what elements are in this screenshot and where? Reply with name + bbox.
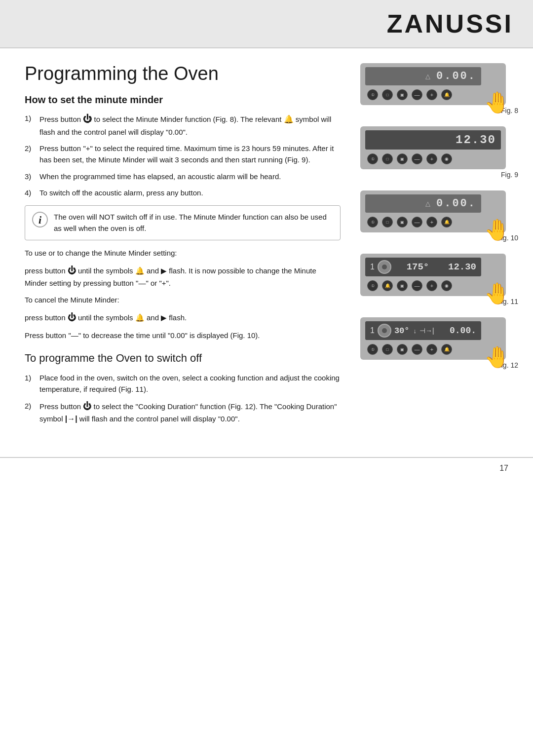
list-item: 1) Place food in the oven, switch on the… bbox=[25, 372, 341, 395]
page-header: ZANUSSI bbox=[0, 0, 533, 48]
btn-circle-icon[interactable]: ◉ bbox=[441, 153, 452, 164]
display-value-8: 0.00. bbox=[436, 70, 476, 82]
page-number: 17 bbox=[499, 464, 508, 473]
btn-3[interactable]: ▣ bbox=[397, 217, 408, 227]
fig-label-9: Fig. 9 bbox=[360, 171, 518, 179]
switch-off-heading: To programme the Oven to switch off bbox=[25, 351, 341, 366]
list-item: 4) To switch off the acoustic alarm, pre… bbox=[25, 187, 341, 198]
text-column: Programming the Oven How to set the minu… bbox=[25, 63, 350, 432]
btn-1[interactable]: ① bbox=[367, 344, 378, 355]
cancel-heading: To cancel the Minute Minder: bbox=[25, 294, 341, 306]
hand-icon-12: 🤚 bbox=[484, 347, 510, 368]
buttons-row-12: ① □ ▣ — + 🔔 bbox=[365, 344, 481, 355]
temp-value-11: 175° bbox=[407, 262, 429, 272]
change-intro: To use or to change the Minute Minder se… bbox=[25, 247, 341, 259]
time-value-11: 12.30 bbox=[448, 262, 476, 272]
minute-minder-steps: 1) Press button ⏻ to select the Minute M… bbox=[25, 113, 341, 198]
switch-off-steps: 1) Place food in the oven, switch on the… bbox=[25, 372, 341, 425]
btn-1[interactable]: ① bbox=[367, 280, 378, 291]
figure-9: 12.30 ① □ ▣ — + ◉ Fig. 9 bbox=[360, 126, 518, 179]
minute-minder-heading: How to set the minute minder bbox=[25, 94, 341, 106]
btn-bell[interactable]: 🔔 bbox=[441, 217, 452, 227]
oven-panel-11: 1 175° 12.30 ① 🔔 ▣ — + ◉ 🤚 bbox=[360, 254, 506, 296]
figures-column: △ 0.00. ① □ ▣ — + 🔔 🤚 Fig. 8 12.30 bbox=[360, 63, 518, 432]
buttons-row-9: ① □ ▣ — + ◉ bbox=[365, 153, 501, 164]
hand-icon-8: 🤚 bbox=[484, 92, 510, 113]
hand-icon-11: 🤚 bbox=[484, 283, 510, 304]
info-box: i The oven will NOT switch off if in use… bbox=[25, 205, 341, 240]
display-8: △ 0.00. bbox=[365, 67, 481, 85]
display-12: 1 30° ↓ ⊣→| 0.00. bbox=[365, 321, 481, 340]
knob-icon-11 bbox=[378, 260, 391, 274]
time-value-12: 0.00. bbox=[450, 326, 476, 336]
figure-11: 1 175° 12.30 ① 🔔 ▣ — + ◉ 🤚 bbox=[360, 254, 518, 305]
btn-bell[interactable]: 🔔 bbox=[441, 89, 452, 100]
btn-3[interactable]: ▣ bbox=[397, 153, 408, 164]
btn-minus[interactable]: — bbox=[412, 344, 422, 355]
btn-circle-icon[interactable]: ◉ bbox=[441, 280, 452, 291]
btn-2[interactable]: □ bbox=[382, 89, 393, 100]
knob-icon-12 bbox=[378, 324, 391, 338]
display-value-9: 12.30 bbox=[456, 133, 496, 147]
temp-value-12: 30° bbox=[394, 326, 410, 336]
btn-3[interactable]: ▣ bbox=[397, 89, 408, 100]
page-footer: 17 bbox=[0, 457, 533, 479]
change-detail: press button ⏻ until the symbols 🔔 and ▶… bbox=[25, 264, 341, 289]
display-11: 1 175° 12.30 bbox=[365, 258, 481, 276]
display-10: △ 0.00. bbox=[365, 194, 481, 213]
btn-2[interactable]: □ bbox=[382, 153, 393, 164]
btn-plus[interactable]: + bbox=[426, 217, 437, 227]
btn-plus[interactable]: + bbox=[426, 344, 437, 355]
info-icon: i bbox=[32, 212, 48, 227]
btn-minus[interactable]: — bbox=[412, 89, 422, 100]
btn-plus[interactable]: + bbox=[426, 280, 437, 291]
cancel-text1: press button ⏻ until the symbols 🔔 and ▶… bbox=[25, 311, 341, 324]
buttons-row-8: ① □ ▣ — + 🔔 bbox=[365, 89, 481, 100]
info-text: The oven will NOT switch off if in use. … bbox=[54, 212, 333, 234]
buttons-row-10: ① □ ▣ — + 🔔 bbox=[365, 217, 481, 227]
figure-8: △ 0.00. ① □ ▣ — + 🔔 🤚 Fig. 8 bbox=[360, 63, 518, 114]
list-item: 1) Press button ⏻ to select the Minute M… bbox=[25, 113, 341, 138]
oven-panel-9: 12.30 ① □ ▣ — + ◉ bbox=[360, 126, 506, 169]
btn-1[interactable]: ① bbox=[367, 89, 378, 100]
arrow-sym-12: ⊣→| bbox=[419, 327, 434, 335]
list-item: 3) When the programmed time has elapsed,… bbox=[25, 171, 341, 182]
btn-plus[interactable]: + bbox=[426, 153, 437, 164]
btn-bell[interactable]: 🔔 bbox=[382, 280, 393, 291]
btn-3[interactable]: ▣ bbox=[397, 344, 408, 355]
btn-bell[interactable]: 🔔 bbox=[441, 344, 452, 355]
btn-minus[interactable]: — bbox=[412, 217, 422, 227]
oven-panel-10: △ 0.00. ① □ ▣ — + 🔔 🤚 bbox=[360, 190, 506, 232]
display-value-10: 0.00. bbox=[436, 197, 476, 210]
display-9: 12.30 bbox=[365, 130, 501, 150]
oven-panel-8: △ 0.00. ① □ ▣ — + 🔔 🤚 bbox=[360, 63, 506, 105]
list-item: 2) Press button "+" to select the requir… bbox=[25, 143, 341, 166]
figure-10: △ 0.00. ① □ ▣ — + 🔔 🤚 Fig. 10 bbox=[360, 190, 518, 242]
brand-logo: ZANUSSI bbox=[387, 9, 513, 38]
btn-2[interactable]: □ bbox=[382, 344, 393, 355]
btn-minus[interactable]: — bbox=[412, 153, 422, 164]
list-item: 2) Press button ⏻ to select the "Cooking… bbox=[25, 400, 341, 425]
hand-icon-10: 🤚 bbox=[484, 220, 510, 240]
btn-1[interactable]: ① bbox=[367, 153, 378, 164]
oven-panel-12: 1 30° ↓ ⊣→| 0.00. ① □ ▣ — + bbox=[360, 317, 506, 360]
figure-12: 1 30° ↓ ⊣→| 0.00. ① □ ▣ — + bbox=[360, 317, 518, 369]
btn-2[interactable]: □ bbox=[382, 217, 393, 227]
btn-minus[interactable]: — bbox=[412, 280, 422, 291]
btn-1[interactable]: ① bbox=[367, 217, 378, 227]
buttons-row-11: ① 🔔 ▣ — + ◉ bbox=[365, 280, 481, 291]
btn-3[interactable]: ▣ bbox=[397, 280, 408, 291]
cancel-text2: Press button "—" to decrease the time un… bbox=[25, 330, 341, 341]
btn-plus[interactable]: + bbox=[426, 89, 437, 100]
content-wrapper: Programming the Oven How to set the minu… bbox=[0, 48, 533, 447]
page-title: Programming the Oven bbox=[25, 63, 341, 84]
